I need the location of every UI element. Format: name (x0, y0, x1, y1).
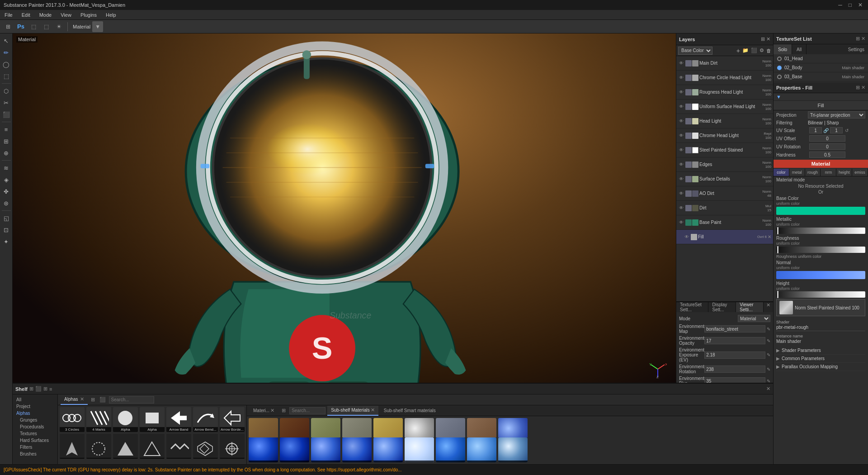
shelf-icon4[interactable]: ≡ (49, 386, 52, 392)
picker-tool[interactable]: ◈ (1, 174, 12, 185)
grid-tool[interactable]: ⊞ (1, 136, 12, 147)
alpha-r2-5[interactable] (166, 434, 191, 459)
ts-close-icon[interactable]: ✕ (861, 36, 865, 42)
ss-icon1[interactable]: ⊞ (282, 408, 286, 413)
clone-tool[interactable]: ⬚ (1, 71, 12, 81)
viewer-settings-tab[interactable]: Viewer Setti... (736, 302, 764, 312)
mat-tab-metal[interactable]: metal (789, 169, 805, 176)
layer-steel-painted[interactable]: 👁 Steel Painted Stained Norm 100 (676, 143, 773, 157)
layer-rougness-head[interactable]: 👁 Rougness Head Light Norm 100 (676, 85, 773, 100)
layer-head-light[interactable]: 👁 Head Light Norm 100 (676, 114, 773, 128)
menu-help[interactable]: Help (101, 10, 121, 19)
env-map-input[interactable] (704, 325, 765, 332)
anchor-tool[interactable]: ⊕ (1, 147, 12, 158)
alpha-arrowband[interactable]: Arrow Band (166, 407, 191, 432)
filter-icons[interactable]: ⊞ (91, 397, 95, 403)
layer-edges[interactable]: 👁 Edges Norm 100 (676, 157, 773, 172)
alpha-3circles[interactable]: 3 Circles (60, 407, 85, 432)
mat-r2-8[interactable] (467, 437, 496, 462)
shader-params-section[interactable]: ▶ Shader Parameters (776, 347, 865, 355)
shelf-icon1[interactable]: ⊞ (29, 386, 33, 392)
shelf-cat-hard-surfaces[interactable]: Hard Surfaces (13, 437, 57, 444)
mat-r2-5[interactable] (373, 437, 403, 462)
env-blur-input[interactable] (704, 377, 765, 383)
layer-close-btn[interactable]: ✕ (768, 234, 771, 239)
layer-eye[interactable]: 👁 (678, 104, 684, 110)
alpha-r2-3[interactable] (113, 434, 138, 459)
alpha-square[interactable]: Alpha (140, 407, 165, 432)
env-opacity-edit-icon[interactable]: ✎ (767, 338, 770, 343)
layer-dirt[interactable]: 👁 Dirt Mul 15 (676, 201, 773, 215)
env-exposure-input[interactable] (704, 352, 765, 359)
ss-tab-smart-materials[interactable]: Sub-shelf Smart materials (380, 406, 439, 416)
mat-tab-nrm[interactable]: nrm (821, 169, 836, 176)
layer-fill[interactable]: 👁 Fill Ovrl 6 ✕ (676, 230, 773, 244)
shelf-cat-project[interactable]: Project (13, 403, 57, 410)
new-button[interactable]: ⊞ (3, 21, 14, 32)
ts-radio-body[interactable] (777, 66, 782, 70)
tool-3[interactable]: ☀ (53, 21, 64, 32)
ss-close-sub-materials[interactable]: ✕ (371, 407, 375, 413)
layer-eye[interactable]: 👁 (678, 75, 684, 81)
layers-close-icon[interactable]: ✕ (766, 36, 770, 42)
mat-mortar[interactable]: Mortar wall (342, 418, 372, 437)
uv-scale-reset-icon[interactable]: ↺ (844, 127, 850, 133)
mat-lizard[interactable]: Lizard scales (311, 418, 340, 437)
blend-channel-select[interactable]: Base Color (678, 47, 712, 55)
mat-plain-leather[interactable]: Plain Leather (467, 418, 496, 437)
geometry-tool[interactable]: ⬡ (1, 86, 12, 96)
ps-button[interactable]: Ps (15, 21, 26, 32)
ts-expand-icon[interactable]: ⊞ (856, 36, 860, 42)
alpha-arrowbend[interactable]: Arrow Bend... (193, 407, 218, 432)
layer-eye[interactable]: 👁 (678, 176, 684, 182)
env-blur-edit-icon[interactable]: ✎ (767, 379, 770, 383)
cut-tool[interactable]: ✂ (1, 97, 12, 108)
add-layer-btn[interactable]: + (736, 47, 740, 54)
add-fill-btn[interactable]: ⬛ (751, 48, 757, 53)
extra-tool1[interactable]: ◱ (1, 213, 12, 223)
menu-edit[interactable]: Edit (17, 10, 35, 19)
alpha-r2-7[interactable] (220, 434, 245, 459)
env-opacity-input[interactable] (704, 337, 765, 344)
extra-tool2[interactable]: ⊡ (1, 224, 12, 235)
select-tool[interactable]: ↖ (1, 35, 12, 46)
filter-tab-alphas[interactable]: Alphas ✕ (61, 395, 88, 405)
alpha-r2-1[interactable] (60, 434, 85, 459)
add-folder-btn[interactable]: 📁 (742, 48, 749, 53)
layer-tool[interactable]: ≡ (1, 124, 12, 135)
properties-collapse-btn[interactable]: ▼ (776, 94, 781, 100)
tool-1[interactable]: ⬚ (28, 21, 39, 32)
viewport[interactable]: S (13, 33, 676, 383)
uv-scale-x[interactable] (809, 127, 822, 133)
ts-radio-base[interactable] (777, 75, 782, 79)
shelf-cat-brushes[interactable]: Brushes (13, 451, 57, 457)
mode-dropdown[interactable]: ▼ (92, 21, 103, 32)
alpha-arrowborde[interactable]: Arrow Borde... (220, 407, 245, 432)
shelf-search-input[interactable] (109, 396, 154, 404)
layer-base-paint[interactable]: 👁 Base Paint Norm 100 (676, 215, 773, 230)
layer-eye[interactable]: 👁 (678, 205, 684, 211)
mat-tab-emiss[interactable]: emiss (852, 169, 868, 176)
shelf-cat-filters[interactable]: Filters (13, 444, 57, 451)
alpha-r2-2[interactable] (86, 434, 111, 459)
mat-tab-rough[interactable]: rough (805, 169, 821, 176)
mat-r2-4[interactable] (342, 437, 372, 462)
layer-main-dirt[interactable]: 👁 Main Dirt Norm 100 (676, 56, 773, 71)
uv-rotation-input[interactable] (809, 143, 845, 150)
mat-r2-7[interactable] (436, 437, 465, 462)
menu-file[interactable]: File (0, 10, 17, 19)
prop-close-icon[interactable]: ✕ (861, 85, 865, 90)
ss-search-input[interactable] (289, 407, 326, 414)
mat-new-material[interactable]: new_materia... (373, 418, 403, 437)
projection-select[interactable]: Tri-planar projection (808, 111, 865, 119)
layer-eye[interactable]: 👁 (678, 147, 684, 153)
layer-eye[interactable]: 👁 (678, 89, 684, 95)
paint-tool[interactable]: ✏ (1, 47, 12, 58)
ss-tab-sub-materials[interactable]: Sub-shelf Materials ✕ (327, 406, 378, 416)
layers-expand-icon[interactable]: ⊞ (761, 36, 765, 42)
menu-plugins[interactable]: Plugins (76, 10, 101, 19)
display-settings-tab[interactable]: Display Sett... (708, 302, 736, 312)
layer-eye[interactable]: 👁 (678, 60, 684, 66)
hardness-input[interactable] (809, 152, 845, 158)
alpha-r2-4[interactable] (140, 434, 165, 459)
